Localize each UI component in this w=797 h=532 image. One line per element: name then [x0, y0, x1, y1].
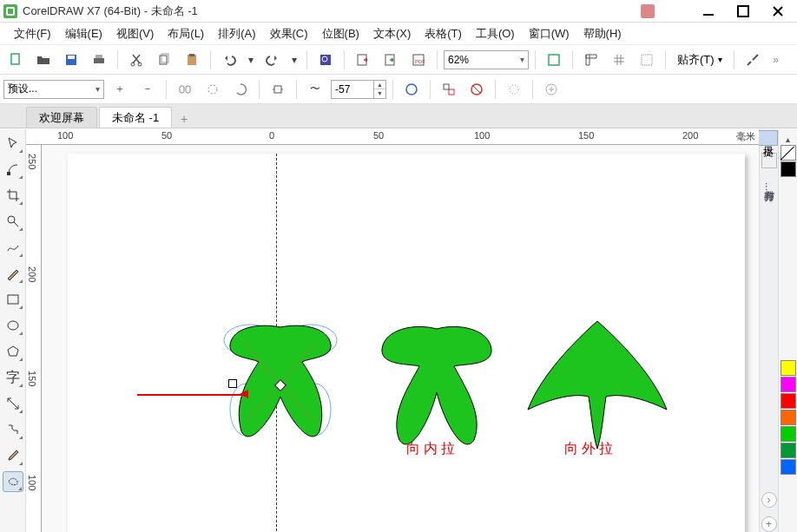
- delete-preset-button[interactable]: －: [135, 78, 160, 101]
- center-distortion-button[interactable]: [437, 78, 461, 101]
- search-content-button[interactable]: [313, 49, 338, 71]
- menu-file[interactable]: 文件(F): [7, 26, 58, 42]
- freehand-tool[interactable]: [3, 237, 23, 258]
- close-button[interactable]: [762, 3, 794, 19]
- menu-layout[interactable]: 布局(L): [161, 26, 211, 42]
- hint-flag[interactable]: 提示: [758, 130, 778, 146]
- add-tab-button[interactable]: +: [175, 110, 193, 128]
- docker-add-button[interactable]: +: [761, 516, 777, 532]
- horizontal-ruler[interactable]: 100 50 0 50 100 150 200 毫米: [26, 129, 759, 145]
- rotation-input[interactable]: -57: [331, 80, 374, 99]
- menu-tools[interactable]: 工具(O): [469, 26, 522, 42]
- maximize-button[interactable]: [728, 3, 759, 19]
- snap-to-dropdown[interactable]: 贴齐(T) ▾: [672, 49, 728, 71]
- add-new-button[interactable]: [539, 78, 563, 101]
- svg-rect-23: [274, 86, 281, 93]
- interactive-distort-tool[interactable]: [3, 471, 23, 492]
- color-palette: ▴: [778, 129, 797, 532]
- swatch-magenta[interactable]: [781, 377, 796, 392]
- fullscreen-button[interactable]: [542, 49, 566, 71]
- print-button[interactable]: [87, 49, 111, 71]
- tab-welcome[interactable]: 欢迎屏幕: [26, 107, 97, 128]
- svg-rect-1: [738, 6, 748, 16]
- rotation-stepper[interactable]: ▲▼: [374, 80, 386, 99]
- minimize-button[interactable]: [693, 3, 724, 19]
- drag-indicator-line: [137, 394, 246, 396]
- preset-select[interactable]: 预设... ▾: [3, 80, 104, 99]
- shape-tool[interactable]: [3, 159, 23, 180]
- show-grid-button[interactable]: [607, 49, 631, 71]
- distorted-shape-outward[interactable]: [524, 314, 671, 453]
- save-button[interactable]: [59, 49, 83, 71]
- user-icon[interactable]: [641, 4, 655, 18]
- menu-view[interactable]: 视图(V): [109, 26, 161, 42]
- dropper-tool[interactable]: [3, 445, 23, 466]
- swatch-red[interactable]: [781, 393, 796, 409]
- artistic-media-tool[interactable]: [3, 263, 23, 284]
- copy-button[interactable]: [152, 49, 176, 71]
- open-button[interactable]: [31, 49, 56, 71]
- mirror-nodes-h-button[interactable]: [173, 78, 197, 101]
- distort-start-handle[interactable]: [228, 379, 237, 388]
- docker-align-label[interactable]: 对齐与分布...: [761, 177, 776, 196]
- redo-drop-icon[interactable]: ▾: [288, 49, 300, 71]
- swatch-none[interactable]: [781, 145, 796, 161]
- swatch-green[interactable]: [781, 426, 796, 442]
- svg-point-31: [8, 216, 15, 223]
- menu-bitmaps[interactable]: 位图(B): [315, 26, 366, 42]
- convert-to-curves-button[interactable]: [464, 78, 489, 101]
- convert-line-button[interactable]: [266, 78, 290, 101]
- connector-tool[interactable]: [3, 419, 23, 440]
- undo-button[interactable]: [217, 49, 241, 71]
- menu-text[interactable]: 文本(X): [366, 26, 418, 42]
- ellipse-tool[interactable]: [3, 315, 23, 336]
- publish-pdf-button[interactable]: PDF: [406, 49, 431, 71]
- tab-document[interactable]: 未命名 -1: [99, 107, 172, 128]
- options-button[interactable]: [741, 49, 765, 71]
- svg-point-28: [510, 85, 518, 94]
- text-tool[interactable]: 字: [3, 367, 23, 388]
- swatch-darkgreen[interactable]: [781, 443, 796, 458]
- show-guides-button[interactable]: [635, 49, 659, 71]
- swatch-yellow[interactable]: [781, 360, 796, 376]
- docker-hint-icon[interactable]: [761, 153, 777, 168]
- overflow-icon[interactable]: »: [768, 49, 784, 71]
- swatch-black[interactable]: [781, 161, 796, 177]
- menu-edit[interactable]: 编辑(E): [58, 26, 109, 42]
- cut-button[interactable]: [124, 49, 148, 71]
- twirl-button[interactable]: [228, 78, 253, 101]
- standard-toolbar: ▾ ▾ PDF 62% ▾ 贴齐(T) ▾ »: [0, 45, 797, 75]
- vertical-ruler[interactable]: 250 200 150 100: [26, 145, 42, 532]
- menu-window[interactable]: 窗口(W): [522, 26, 576, 42]
- export-button[interactable]: [379, 49, 403, 71]
- distorted-shape-inward[interactable]: [372, 319, 502, 457]
- show-rulers-button[interactable]: [579, 49, 603, 71]
- swatch-blue[interactable]: [781, 459, 796, 475]
- dimension-tool[interactable]: [3, 393, 23, 414]
- zoom-value: 62%: [448, 54, 469, 66]
- mirror-nodes-v-button[interactable]: [201, 78, 225, 101]
- docker-expand-button[interactable]: ›: [761, 492, 777, 508]
- new-button[interactable]: [3, 49, 28, 71]
- copy-props-button[interactable]: [502, 78, 526, 101]
- crop-tool[interactable]: [3, 185, 23, 206]
- swatch-orange[interactable]: [781, 410, 796, 425]
- zoom-tool[interactable]: [3, 211, 23, 232]
- undo-drop-icon[interactable]: ▾: [245, 49, 257, 71]
- palette-up-icon[interactable]: ▴: [786, 133, 790, 145]
- svg-rect-5: [94, 58, 104, 63]
- zoom-select[interactable]: 62% ▾: [444, 50, 529, 69]
- polygon-tool[interactable]: [3, 341, 23, 362]
- import-button[interactable]: [351, 49, 375, 71]
- add-preset-button[interactable]: ＋: [108, 78, 132, 101]
- menu-table[interactable]: 表格(T): [418, 26, 469, 42]
- menu-arrange[interactable]: 排列(A): [211, 26, 262, 42]
- menu-effects[interactable]: 效果(C): [263, 26, 315, 42]
- clear-distortion-button[interactable]: [399, 78, 424, 101]
- redo-button[interactable]: [260, 49, 285, 71]
- canvas[interactable]: 向内拉 向外拉: [42, 145, 759, 532]
- paste-button[interactable]: [180, 49, 204, 71]
- pick-tool[interactable]: [3, 133, 23, 154]
- rectangle-tool[interactable]: [3, 289, 23, 310]
- menu-help[interactable]: 帮助(H): [576, 26, 629, 42]
